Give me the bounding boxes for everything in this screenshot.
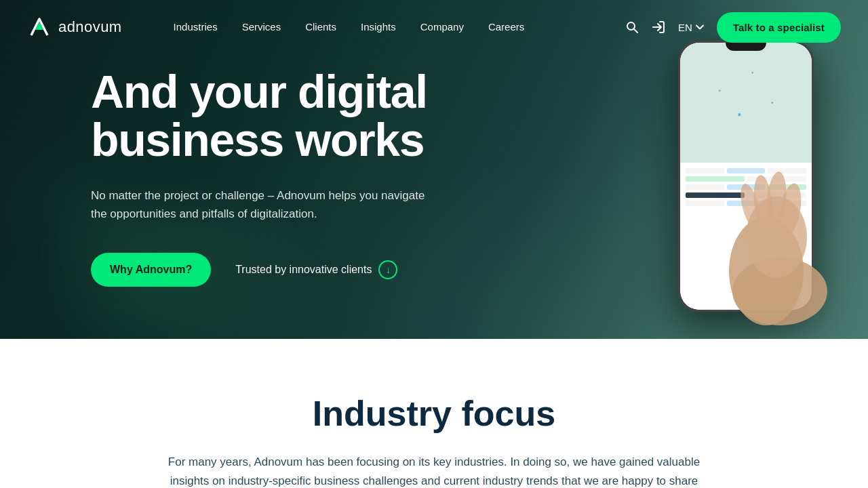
hand-svg <box>671 115 848 332</box>
language-selector[interactable]: EN <box>678 22 705 33</box>
hero-title: And your digital business works <box>91 68 448 165</box>
industry-section: Industry focus For many years, Adnovum h… <box>0 339 868 488</box>
chevron-down-icon <box>695 22 705 32</box>
logo-link[interactable]: adnovum <box>27 15 122 39</box>
industry-body: For many years, Adnovum has been focusin… <box>166 453 702 488</box>
nav-industries[interactable]: Industries <box>163 16 229 38</box>
nav-company[interactable]: Company <box>410 16 475 38</box>
svg-line-1 <box>634 29 637 33</box>
trusted-clients-text: Trusted by innovative clients <box>235 264 372 276</box>
lang-label: EN <box>678 22 692 33</box>
login-button[interactable] <box>651 20 666 35</box>
hero-actions: Why Adnovum? Trusted by innovative clien… <box>91 253 448 287</box>
trusted-clients-link[interactable]: Trusted by innovative clients ↓ <box>235 260 397 279</box>
nav-insights[interactable]: Insights <box>350 16 407 38</box>
logo-icon <box>27 15 52 39</box>
search-button[interactable] <box>625 20 639 34</box>
nav-services[interactable]: Services <box>231 16 292 38</box>
main-nav: adnovum Industries Services Clients Insi… <box>0 0 868 54</box>
hero-subtitle: No matter the project or challenge – Adn… <box>91 186 437 223</box>
nav-careers[interactable]: Careers <box>477 16 535 38</box>
search-icon <box>625 20 639 34</box>
phone-mockup <box>665 27 827 325</box>
why-adnovum-button[interactable]: Why Adnovum? <box>91 253 211 287</box>
industry-title: Industry focus <box>27 393 841 434</box>
logo-text: adnovum <box>58 18 122 36</box>
arrow-down-icon: ↓ <box>378 260 397 279</box>
nav-links: Industries Services Clients Insights Com… <box>163 21 536 33</box>
talk-to-specialist-button[interactable]: Talk to a specialist <box>717 12 841 43</box>
nav-right: EN Talk to a specialist <box>625 12 841 43</box>
login-icon <box>651 20 666 35</box>
nav-clients[interactable]: Clients <box>294 16 347 38</box>
